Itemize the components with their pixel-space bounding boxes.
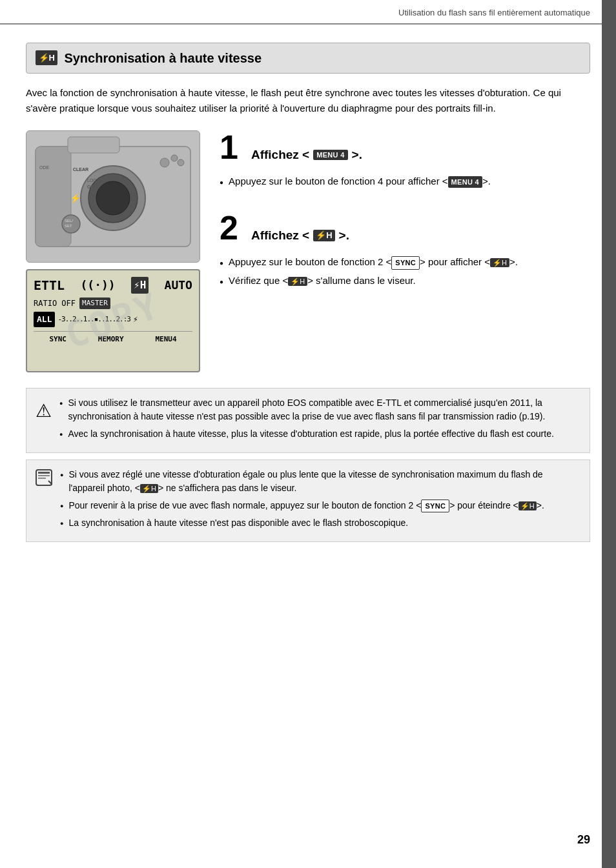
lcd-fh-badge: ⚡H xyxy=(131,277,149,294)
step-2-number: 2 xyxy=(220,211,238,245)
step-2-block: 2 Affichez <⚡H>. Appuyez sur le bouton d… xyxy=(220,211,590,292)
step-1-number: 1 xyxy=(220,130,238,164)
svg-point-5 xyxy=(96,181,130,215)
step-2-item-2: Vérifiez que <⚡H> s'allume dans le viseu… xyxy=(220,274,590,288)
lcd-master-badge: MASTER xyxy=(79,298,110,310)
step-2-title: Affichez <⚡H>. xyxy=(251,228,349,244)
svg-rect-19 xyxy=(38,475,50,476)
lcd-ratio-off: RATIO OFF xyxy=(34,298,76,309)
info-list: Si vous avez réglé une vitesse d'obturat… xyxy=(60,468,580,530)
info-item-1: Si vous avez réglé une vitesse d'obturat… xyxy=(60,468,580,495)
svg-text:OFF: OFF xyxy=(87,185,97,189)
step-1-title: Affichez <MENU 4>. xyxy=(251,147,362,163)
lcd-ettl: ETTL xyxy=(34,276,65,295)
svg-text:ODE: ODE xyxy=(39,165,50,170)
step-2-header: 2 Affichez <⚡H>. xyxy=(220,211,590,250)
camera-image: CLEAR LOC OFF ODE ⚡ SEL xyxy=(26,130,200,263)
lcd-sync-label: SYNC xyxy=(49,334,67,345)
header-text: Utilisation du flash sans fil entièremen… xyxy=(398,8,590,17)
svg-rect-2 xyxy=(68,137,119,153)
step-1-list: Appuyez sur le bouton de fonction 4 pour… xyxy=(220,174,590,189)
warning-icon: ⚠ xyxy=(36,398,52,425)
lcd-row3: ALL -3..2..1..▪..1..2.:3 ⚡ xyxy=(34,312,192,327)
warning-list: Si vous utilisez le transmetteur avec un… xyxy=(59,396,580,441)
info-icon xyxy=(36,469,52,492)
fh-icon: ⚡H xyxy=(36,50,57,66)
info-item-3: La synchronisation à haute vitesse n'est… xyxy=(60,516,580,530)
svg-rect-20 xyxy=(38,478,46,479)
info-note: Si vous avez réglé une vitesse d'obturat… xyxy=(26,459,590,543)
svg-text:SET: SET xyxy=(65,224,72,228)
lcd-scale: -3..2..1..▪..1..2.:3 xyxy=(57,314,130,325)
lcd-row2: RATIO OFF MASTER xyxy=(34,298,192,310)
step-1-body: Appuyez sur le bouton de fonction 4 pour… xyxy=(220,174,590,189)
warning-item-2: Avec la synchronisation à haute vitesse,… xyxy=(59,427,580,441)
fh-badge-inline-2: ⚡H xyxy=(288,277,307,286)
page-header: Utilisation du flash sans fil entièremen… xyxy=(0,0,616,25)
lcd-wifi-icon: ((·)) xyxy=(81,276,116,294)
intro-paragraph: Avec la fonction de synchronisation à ha… xyxy=(26,85,590,116)
svg-text:CLEAR: CLEAR xyxy=(73,167,88,172)
camera-svg: CLEAR LOC OFF ODE ⚡ SEL xyxy=(29,134,197,259)
svg-text:LOC: LOC xyxy=(87,178,96,183)
step-2-item-1: Appuyez sur le bouton de fonction 2 <SYN… xyxy=(220,255,590,270)
right-sidebar-bar xyxy=(602,0,616,868)
lcd-row1: ETTL ((·)) ⚡H AUTO xyxy=(34,276,192,295)
lcd-memory-label: MEMORY xyxy=(98,334,124,345)
lcd-inner: ETTL ((·)) ⚡H AUTO RATIO OFF MASTER ALL … xyxy=(27,270,199,350)
info-item-2: Pour revenir à la prise de vue avec flas… xyxy=(60,499,580,513)
lcd-lightning: ⚡ xyxy=(133,313,138,326)
svg-text:SEL/: SEL/ xyxy=(65,219,73,223)
svg-point-10 xyxy=(171,155,178,161)
step-2-body: Appuyez sur le bouton de fonction 2 <SYN… xyxy=(220,255,590,288)
instructions-column: 1 Affichez <MENU 4>. Appuyez sur le bout… xyxy=(220,130,590,372)
menu4-badge-inline: MENU 4 xyxy=(448,176,482,188)
step-2-list: Appuyez sur le bouton de fonction 2 <SYN… xyxy=(220,255,590,288)
notes-section: ⚠ Si vous utilisez le transmetteur avec … xyxy=(26,388,590,543)
page-number: 29 xyxy=(577,831,590,849)
sync-badge-1: SYNC xyxy=(391,256,420,270)
info-note-icon-svg xyxy=(36,469,52,486)
lcd-all-badge: ALL xyxy=(34,312,55,327)
page: Utilisation du flash sans fil entièremen… xyxy=(0,0,616,868)
warning-note: ⚠ Si vous utilisez le transmetteur avec … xyxy=(26,388,590,453)
flash-lcd-display: COPY ETTL ((·)) ⚡H AUTO RATIO OFF MASTER xyxy=(26,269,200,372)
fh-badge-inline-1: ⚡H xyxy=(490,258,509,267)
menu4-badge-title: MENU 4 xyxy=(313,150,347,160)
svg-text:⚡: ⚡ xyxy=(70,193,81,204)
warning-note-content: Si vous utilisez le transmetteur avec un… xyxy=(59,396,580,445)
section-heading: ⚡H Synchronisation à haute vitesse xyxy=(26,43,590,74)
section-title: Synchronisation à haute vitesse xyxy=(64,48,262,68)
svg-rect-18 xyxy=(38,472,50,474)
fh-note-badge-2: ⚡H xyxy=(518,501,537,510)
steps-area: CLEAR LOC OFF ODE ⚡ SEL xyxy=(26,130,590,372)
sync-badge-2: SYNC xyxy=(421,500,449,513)
step-1-header: 1 Affichez <MENU 4>. xyxy=(220,130,590,170)
info-note-content: Si vous avez réglé une vitesse d'obturat… xyxy=(60,468,580,534)
step-1-block: 1 Affichez <MENU 4>. Appuyez sur le bout… xyxy=(220,130,590,193)
fh-badge-title: ⚡H xyxy=(313,230,334,242)
warning-item-1: Si vous utilisez le transmetteur avec un… xyxy=(59,396,580,423)
step-1-item-1: Appuyez sur le bouton de fonction 4 pour… xyxy=(220,174,590,189)
svg-point-9 xyxy=(160,158,169,167)
svg-point-11 xyxy=(178,159,184,166)
images-column: CLEAR LOC OFF ODE ⚡ SEL xyxy=(26,130,213,372)
lcd-auto: AUTO xyxy=(165,276,192,294)
main-content: ⚡H Synchronisation à haute vitesse Avec … xyxy=(0,25,616,575)
fh-note-badge-1: ⚡H xyxy=(140,484,158,493)
lcd-menu4-label: MENU4 xyxy=(155,334,176,345)
lcd-bottom-row: SYNC MEMORY MENU4 xyxy=(34,331,192,345)
